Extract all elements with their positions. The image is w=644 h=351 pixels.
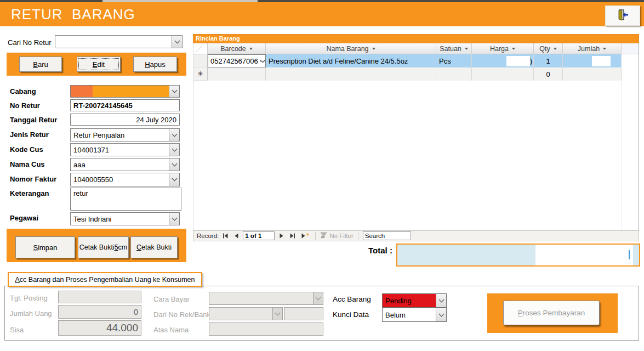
harga-cell-empty[interactable]	[472, 67, 534, 81]
dari-rek-combobox	[209, 307, 283, 320]
tgl-posting-input	[58, 291, 141, 303]
kode-cus-value: 104001371	[71, 144, 169, 156]
column-header-qty[interactable]: Qty	[534, 43, 563, 54]
pegawai-label: Pegawai	[10, 214, 38, 222]
total-field[interactable]	[396, 244, 640, 267]
exit-button[interactable]	[605, 5, 640, 26]
exit-door-icon	[615, 8, 630, 24]
kunci-data-dropdown-icon[interactable]	[436, 308, 446, 321]
edit-button[interactable]: Edit	[77, 56, 121, 72]
simpan-button[interactable]: Simpan	[15, 236, 75, 258]
record-label: Record:	[197, 233, 219, 239]
action-button-panel: Baru Edit Hapus	[7, 53, 186, 76]
rincian-barang-datasheet: Barcode Nama Barang Satuan Harga Qty Jum…	[193, 43, 639, 230]
harga-cell[interactable]: )	[472, 54, 534, 67]
nav-separator	[315, 232, 316, 240]
datasheet-empty-area	[193, 81, 622, 230]
row-filler	[622, 54, 639, 67]
kode-cus-label: Kode Cus	[10, 145, 43, 154]
cabang-dropdown-icon[interactable]	[169, 86, 179, 97]
select-all-corner[interactable]	[193, 43, 208, 54]
jumlah-cell-empty[interactable]	[563, 67, 622, 81]
kunci-data-label: Kunci Data	[333, 310, 369, 319]
cara-bayar-combobox	[209, 292, 323, 305]
sort-dropdown-icon[interactable]	[512, 48, 515, 50]
new-record-icon[interactable]: *	[299, 231, 311, 240]
table-row[interactable]: 052742567006 Prescription Diet a/d Felin…	[193, 54, 639, 67]
row-selector[interactable]	[193, 54, 208, 67]
hapus-button[interactable]: Hapus	[133, 56, 177, 72]
cetak-bukti-5cm-button[interactable]: Cetak Bukti 5cm	[78, 236, 129, 258]
tanggal-retur-input[interactable]	[70, 114, 180, 126]
nama-cus-dropdown-icon[interactable]	[169, 158, 179, 171]
proses-pembayaran-button[interactable]: Proses Pembayaran	[503, 301, 600, 325]
cabang-combobox[interactable]	[70, 85, 180, 98]
pegawai-dropdown-icon[interactable]	[169, 213, 179, 225]
pegawai-combobox[interactable]: Tesi Indriani	[70, 212, 180, 225]
column-header-harga[interactable]: Harga	[472, 43, 534, 54]
sort-dropdown-icon[interactable]	[554, 48, 557, 50]
cetak-bukti-button[interactable]: Cetak Bukti	[130, 236, 178, 258]
no-retur-input[interactable]	[70, 99, 180, 111]
record-position-box[interactable]	[243, 231, 275, 240]
previous-record-icon[interactable]	[232, 231, 241, 240]
new-record-row[interactable]: ✳ 0	[193, 67, 639, 81]
column-header-nama-barang[interactable]: Nama Barang	[266, 43, 436, 54]
kode-cus-combobox[interactable]: 104001371	[70, 143, 180, 156]
cari-no-retur-combobox[interactable]	[55, 35, 183, 48]
sort-dropdown-icon[interactable]	[372, 48, 375, 50]
sort-dropdown-icon[interactable]	[603, 48, 606, 50]
barcode-cell-combobox[interactable]: 052742567006	[208, 54, 266, 67]
nomor-faktur-dropdown-icon[interactable]	[169, 173, 179, 186]
jumlah-redaction	[592, 56, 611, 66]
satuan-cell[interactable]: Pcs	[436, 54, 472, 67]
acc-barang-dropdown-icon[interactable]	[436, 294, 446, 307]
cari-dropdown-icon[interactable]	[172, 36, 182, 48]
qty-cell-new[interactable]: 0	[534, 67, 563, 81]
column-header-satuan[interactable]: Satuan	[436, 43, 472, 54]
datasheet-header-row: Barcode Nama Barang Satuan Harga Qty Jum…	[193, 43, 639, 54]
proses-pembayaran-panel: Proses Pembayaran	[487, 293, 618, 333]
column-header-barcode[interactable]: Barcode	[208, 43, 266, 54]
nama-barang-cell-empty[interactable]	[266, 67, 436, 81]
dari-rek-dropdown-icon	[272, 308, 282, 320]
nama-cus-combobox[interactable]: aaa	[70, 158, 180, 171]
baru-button[interactable]: Baru	[19, 56, 62, 72]
keterangan-textarea[interactable]: retur	[70, 188, 181, 211]
acc-barang-combobox[interactable]: Pending	[382, 293, 447, 308]
row-filler	[622, 67, 639, 81]
atas-nama-input	[209, 322, 323, 336]
sort-dropdown-icon[interactable]	[465, 48, 468, 50]
first-record-icon[interactable]	[221, 231, 230, 240]
nama-barang-cell[interactable]: Prescription Diet a/d Feline/Canine 24/5…	[266, 54, 436, 67]
kode-cus-dropdown-icon[interactable]	[169, 144, 179, 156]
sisa-input	[58, 320, 141, 336]
jenis-retur-dropdown-icon[interactable]	[169, 129, 179, 141]
jenis-retur-value: Retur Penjualan	[71, 129, 169, 141]
barcode-dropdown-icon[interactable]	[260, 60, 265, 62]
nomor-faktur-combobox[interactable]: 1040005550	[70, 173, 180, 186]
new-record-marker: ✳	[193, 67, 208, 81]
nomor-faktur-label: Nomor Faktur	[10, 175, 56, 183]
jenis-retur-combobox[interactable]: Retur Penjualan	[70, 128, 180, 141]
qty-cell[interactable]: 1	[534, 54, 563, 67]
column-header-jumlah[interactable]: Jumlah	[563, 43, 622, 54]
cari-no-retur-input[interactable]	[55, 36, 172, 48]
next-record-icon[interactable]	[277, 231, 286, 240]
barcode-cell-empty[interactable]	[208, 67, 266, 81]
atas-nama-label: Atas Nama	[153, 326, 189, 334]
search-records-input[interactable]	[363, 231, 411, 240]
nama-cus-label: Nama Cus	[10, 160, 45, 168]
cara-bayar-label: Cara Bayar	[153, 295, 190, 303]
header-filler	[622, 43, 639, 54]
satuan-cell-empty[interactable]	[436, 67, 472, 81]
jumlah-cell[interactable]	[563, 54, 622, 67]
rincian-barang-header: Rincian Barang	[193, 34, 639, 43]
acc-barang-proses-button[interactable]: Acc Barang dan Proses Pengembalian Uang …	[8, 272, 202, 287]
kunci-data-combobox[interactable]: Belum	[382, 308, 447, 322]
sort-dropdown-icon[interactable]	[249, 48, 253, 50]
acc-barang-label: Acc Barang	[333, 295, 371, 303]
no-filter-button[interactable]: No Filter	[320, 232, 353, 240]
last-record-icon[interactable]	[288, 231, 297, 240]
dari-rek-label: Dari No Rek/Bank	[153, 310, 210, 319]
